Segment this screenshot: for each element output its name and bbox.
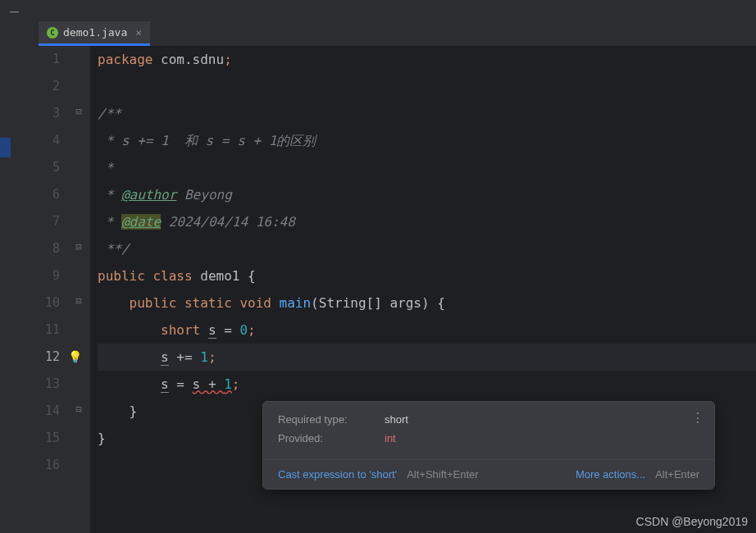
sidebar-collapsed (0, 46, 11, 533)
code-line[interactable]: * @author Beyong (98, 181, 756, 208)
minimize-icon[interactable]: — (10, 2, 19, 20)
fold-close-icon[interactable]: ⊟ (73, 241, 84, 253)
line-number: 16 (11, 452, 60, 479)
code-line[interactable]: * s += 1 和 s = s + 1的区别 (98, 127, 756, 154)
line-number: 4 (11, 127, 60, 154)
line-number: 3 (11, 100, 60, 127)
code-line[interactable]: s = s + 1; (98, 371, 756, 398)
more-actions-link[interactable]: More actions... (576, 468, 645, 481)
line-number: 14 (11, 398, 60, 425)
code-line[interactable]: **/ (98, 235, 756, 262)
required-type-value: short (385, 413, 408, 426)
line-number: 9 (11, 262, 60, 289)
line-number: 15 (11, 425, 60, 452)
lightbulb-icon[interactable]: 💡 (68, 344, 82, 371)
close-tab-icon[interactable]: × (135, 26, 142, 39)
code-line[interactable]: /** (98, 100, 756, 127)
line-number: 1 (11, 46, 60, 73)
line-number: 5 (11, 154, 60, 181)
fold-open-icon[interactable]: ⊟ (73, 295, 84, 307)
fold-close-icon[interactable]: ⊟ (73, 403, 84, 415)
provided-value: int (385, 432, 396, 444)
code-line-current[interactable]: 💡 s += 1; (98, 344, 756, 371)
line-number: 6 (11, 181, 60, 208)
required-type-label: Required type: (278, 413, 385, 426)
code-line[interactable]: public class demo1 { (98, 262, 756, 289)
line-number: 13 (11, 371, 60, 398)
title-bar: — (0, 0, 756, 21)
shortcut-label: Alt+Enter (655, 468, 699, 481)
tab-bar: C demo1.java × (0, 21, 756, 46)
line-number: 11 (11, 317, 60, 344)
code-line[interactable]: package com.sdnu; (98, 46, 756, 73)
line-number: 10 (11, 289, 60, 317)
quickfix-cast-link[interactable]: Cast expression to 'short' (278, 468, 397, 481)
code-line[interactable]: * @date 2024/04/14 16:48 (98, 208, 756, 235)
more-icon[interactable]: ⋮ (691, 410, 704, 426)
file-tab[interactable]: C demo1.java × (39, 21, 150, 46)
provided-label: Provided: (278, 432, 385, 444)
code-line[interactable]: public static void main(String[] args) { (98, 289, 756, 317)
line-number: 7 (11, 208, 60, 235)
tooltip-body: Required type: short Provided: int (263, 402, 714, 459)
code-line[interactable]: * (98, 154, 756, 181)
line-number-current: 12 (11, 344, 60, 371)
fold-open-icon[interactable]: ⊟ (73, 106, 84, 117)
fold-column: ⊟ ⊟ ⊟ ⊟ (68, 46, 91, 533)
line-number: 2 (11, 73, 60, 100)
code-line[interactable]: short s = 0; (98, 317, 756, 344)
line-gutter: 1 2 3 4 5 6 7 8 9 10 11 12 13 14 15 16 (11, 46, 68, 533)
error-tooltip: ⋮ Required type: short Provided: int Cas… (262, 401, 715, 490)
tab-label: demo1.java (63, 26, 127, 39)
shortcut-label: Alt+Shift+Enter (407, 468, 478, 481)
watermark: CSDN @Beyong2019 (636, 515, 748, 528)
code-line[interactable] (98, 73, 756, 100)
tooltip-footer: Cast expression to 'short' Alt+Shift+Ent… (263, 459, 714, 489)
java-class-icon: C (47, 27, 58, 39)
line-number: 8 (11, 235, 60, 262)
sidebar-selection[interactable] (0, 138, 11, 157)
